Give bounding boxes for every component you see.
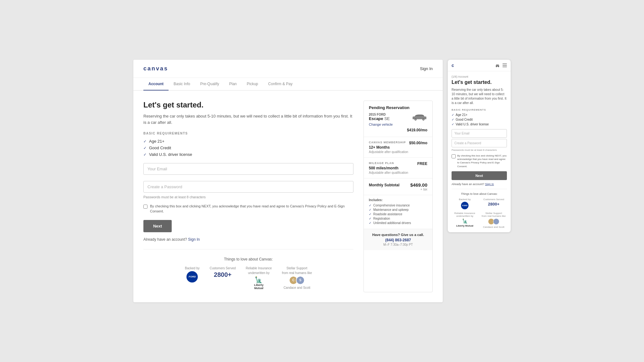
tab-account[interactable]: Account [143,78,169,90]
check-icon: ✓ [143,139,147,144]
main-header: canvas Sign In [133,60,443,78]
contact-phone: (844) 863-2687 [369,238,427,242]
tab-confirm-pay[interactable]: Confirm & Pay [263,78,297,90]
form-section: Let's get started. Reserving the car onl… [143,101,353,292]
tab-basic-info[interactable]: Basic Info [169,78,195,90]
mileage-row: MILEAGE PLAN 500 miles/month Adjustable … [369,162,427,174]
mobile-password-hint: Passwords must be at least 8 characters [452,149,507,151]
canvas-logo: canvas [143,65,168,72]
mobile-requirements-label: BASIC REQUIREMENTS [452,108,507,111]
page-title: Let's get started. [143,101,353,109]
includes-section: Includes: ✓ Comprehensive insurance ✓ Ma… [364,195,432,229]
mobile-requirements-list: ✓ Age 21+ ✓ Good Credit ✓ Valid U.S. dri… [452,113,507,126]
mobile-header: c [448,60,511,71]
contact-title: Have questions? Give us a call. [369,233,427,237]
requirement-text: Age 21+ [149,139,164,144]
social-proof-title: Things to love about Canvas: [143,257,353,261]
proof-insurance: Reliable Insurance underwritten by 🗽 Lib… [246,266,272,290]
membership-label: CANVAS MEMBERSHIP [369,141,408,144]
mobile-ford-badge: FORD [461,202,469,209]
mileage-label: MILEAGE PLAN [369,162,408,165]
password-input[interactable] [143,181,353,193]
header-sign-in-link[interactable]: Sign In [420,66,433,71]
total-label: Monthly Subtotal [369,183,399,187]
email-input-group [143,163,353,176]
membership-price: $50.00/mo [409,141,427,145]
mobile-email-input[interactable] [452,129,507,138]
svg-point-4 [423,119,424,120]
svg-point-5 [496,66,497,67]
mobile-sign-in-link[interactable]: Sign In [485,183,494,186]
membership-detail: Adjustable after qualification [369,150,408,154]
membership-row: CANVAS MEMBERSHIP 12+ Months Adjustable … [369,141,427,154]
mobile-req-item: ✓ Valid U.S. driver license [452,123,507,126]
terms-checkbox[interactable] [143,205,147,209]
liberty-mutual-badge: 🗽 Liberty Mutual [254,276,264,290]
includes-list: ✓ Comprehensive insurance ✓ Maintenance … [369,204,427,225]
already-account-text: Already have an account? Sign In [143,237,353,242]
proof-support: Stellar Support from real humans like C … [282,266,312,290]
tax-label: + tax [369,188,427,191]
mileage-price: FREE [417,162,427,166]
mobile-content: (1/6) Account Let's get started. Reservi… [448,71,511,232]
proof-customers: Customers Served 2800+ [210,266,236,290]
mobile-divider [452,189,507,189]
mobile-req-item: ✓ Age 21+ [452,113,507,117]
total-row: Monthly Subtotal $469.00 [369,182,427,188]
divider [143,249,353,250]
reservation-title: Pending Reservation [369,105,427,110]
sign-in-link[interactable]: Sign In [188,237,200,242]
requirement-item: ✓ Age 21+ [143,139,353,144]
car-row: 2015 FORD Escape SE [369,112,427,121]
mobile-proof-ford: Backed by FORD [452,198,478,209]
main-card: canvas Sign In Account Basic Info Pre-Qu… [133,60,443,302]
tab-plan[interactable]: Plan [224,78,242,90]
car-price-row: $419.00/mo [369,128,427,132]
terms-label: By checking this box and clicking NEXT, … [150,204,353,214]
mobile-avatar-scott [493,218,499,225]
reservation-card: Pending Reservation 2015 FORD Escape SE [364,101,433,292]
include-item: ✓ Registration [369,217,427,220]
tab-pickup[interactable]: Pickup [242,78,263,90]
requirement-item: ✓ Valid U.S. driver license [143,152,353,157]
mobile-next-button[interactable]: Next [452,171,507,180]
total-price: $469.00 [410,182,427,188]
mobile-terms-checkbox[interactable] [452,154,456,158]
mileage-amount: 500 miles/month [369,166,408,170]
mobile-support-avatars [488,218,499,225]
svg-rect-7 [502,64,507,64]
svg-rect-9 [502,67,507,67]
mobile-subtitle: Reserving the car only takes about 5-10 … [452,88,507,105]
tab-pre-qualify[interactable]: Pre-Qualify [195,78,224,90]
svg-point-3 [415,119,416,120]
change-vehicle-link[interactable]: Change vehicle [369,123,393,126]
liberty-icon-mobile: 🗽 [462,218,468,223]
email-input[interactable] [143,163,353,175]
mobile-card: c (1/6) Account Let's get started. [448,60,511,232]
mileage-detail: Adjustable after qualification [369,171,408,174]
next-button[interactable]: Next [143,220,172,232]
car-model: Escape SE [369,116,390,121]
avatar-scott: S [296,276,305,285]
requirements-list: ✓ Age 21+ ✓ Good Credit ✓ Valid U.S. dri… [143,139,353,157]
membership-section: CANVAS MEMBERSHIP 12+ Months Adjustable … [364,137,432,158]
basic-requirements-label: BASIC REQUIREMENTS [143,132,353,135]
social-proof-items: Backed by FORD Customers Served 2800+ Re… [143,266,353,290]
total-section: Monthly Subtotal $469.00 + tax [364,178,432,195]
svg-point-6 [498,66,499,67]
terms-checkbox-row: By checking this box and clicking NEXT, … [143,204,353,214]
proof-backed-by: Backed by FORD [185,266,200,290]
menu-icon[interactable] [502,63,507,67]
car-make: 2015 FORD [369,113,390,116]
includes-label: Includes: [369,198,427,202]
mobile-proof-insurance: Reliable Insuranceunderwritten by 🗽 Libe… [452,212,478,228]
svg-rect-8 [502,65,507,66]
mobile-password-input[interactable] [452,139,507,147]
mileage-section: MILEAGE PLAN 500 miles/month Adjustable … [364,158,432,178]
car-price: $419.00/mo [407,128,427,132]
support-avatars: C S [289,276,305,285]
ford-badge: FORD [186,271,198,282]
main-content: Let's get started. Reserving the car onl… [133,90,443,302]
nav-tabs: Account Basic Info Pre-Qualify Plan Pick… [133,78,443,90]
mobile-social-title: Things to love about Canvas: [452,192,507,195]
